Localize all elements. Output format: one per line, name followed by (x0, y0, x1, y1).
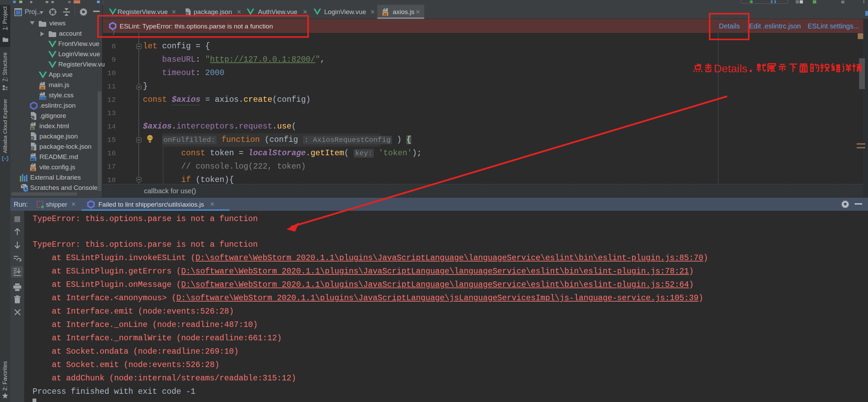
svg-text:Details: Details (714, 62, 747, 75)
